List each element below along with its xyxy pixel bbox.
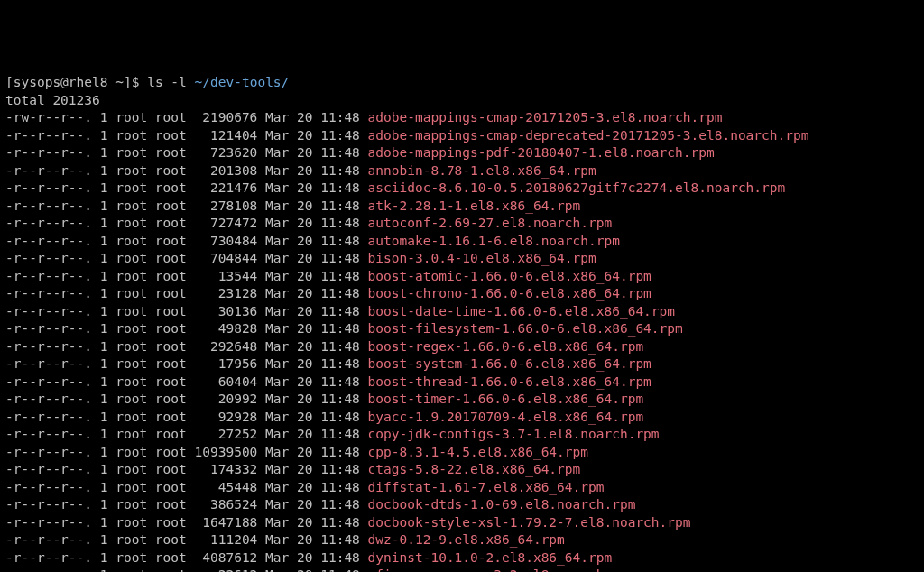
file-row: -r--r--r--. 1 root root 730484 Mar 20 11…: [5, 233, 919, 251]
file-name: asciidoc-8.6.10-0.5.20180627gitf7c2274.e…: [368, 180, 786, 195]
file-name: ctags-5.8-22.el8.x86_64.rpm: [368, 462, 581, 476]
file-meta: -r--r--r--. 1 root root 20992 Mar 20 11:…: [5, 392, 368, 406]
file-meta: -r--r--r--. 1 root root 10939500 Mar 20 …: [5, 445, 368, 459]
prompt-user-host: sysops@rhel8: [14, 75, 108, 89]
file-row: -r--r--r--. 1 root root 174332 Mar 20 11…: [5, 461, 919, 479]
file-meta: -r--r--r--. 1 root root 60404 Mar 20 11:…: [5, 374, 368, 389]
file-name: adobe-mappings-pdf-20180407-1.el8.noarch…: [368, 145, 715, 160]
file-meta: -r--r--r--. 1 root root 111204 Mar 20 11…: [5, 532, 368, 547]
file-name: annobin-8.78-1.el8.x86_64.rpm: [368, 163, 596, 178]
file-name: byacc-1.9.20170709-4.el8.x86_64.rpm: [368, 410, 644, 424]
file-row: -r--r--r--. 1 root root 13544 Mar 20 11:…: [5, 268, 919, 286]
file-name: boost-chrono-1.66.0-6.el8.x86_64.rpm: [368, 286, 651, 300]
file-name: dyninst-10.1.0-2.el8.x86_64.rpm: [368, 550, 613, 565]
file-row: -r--r--r--. 1 root root 22612 Mar 20 11:…: [5, 567, 919, 572]
file-meta: -r--r--r--. 1 root root 27252 Mar 20 11:…: [5, 427, 368, 441]
file-meta: -r--r--r--. 1 root root 4087612 Mar 20 1…: [5, 550, 368, 565]
file-row: -r--r--r--. 1 root root 45448 Mar 20 11:…: [5, 479, 919, 497]
file-name: dwz-0.12-9.el8.x86_64.rpm: [368, 532, 565, 547]
file-row: -r--r--r--. 1 root root 20992 Mar 20 11:…: [5, 391, 919, 409]
file-name: diffstat-1.61-7.el8.x86_64.rpm: [368, 480, 605, 494]
file-meta: -r--r--r--. 1 root root 292648 Mar 20 11…: [5, 339, 368, 354]
file-meta: -r--r--r--. 1 root root 1647188 Mar 20 1…: [5, 515, 368, 530]
file-meta: -r--r--r--. 1 root root 92928 Mar 20 11:…: [5, 410, 368, 424]
file-name: boost-system-1.66.0-6.el8.x86_64.rpm: [368, 356, 651, 371]
file-meta: -r--r--r--. 1 root root 221476 Mar 20 11…: [5, 180, 368, 195]
file-meta: -rw-r--r--. 1 root root 2190676 Mar 20 1…: [5, 110, 368, 125]
file-meta: -r--r--r--. 1 root root 17956 Mar 20 11:…: [5, 356, 368, 371]
file-row: -r--r--r--. 1 root root 17956 Mar 20 11:…: [5, 355, 919, 374]
file-row: -rw-r--r--. 1 root root 2190676 Mar 20 1…: [5, 109, 919, 127]
file-name: adobe-mappings-cmap-20171205-3.el8.noarc…: [368, 110, 723, 125]
file-row: -r--r--r--. 1 root root 49828 Mar 20 11:…: [5, 320, 919, 338]
file-row: -r--r--r--. 1 root root 121404 Mar 20 11…: [5, 127, 919, 145]
file-meta: -r--r--r--. 1 root root 45448 Mar 20 11:…: [5, 480, 368, 494]
file-meta: -r--r--r--. 1 root root 201308 Mar 20 11…: [5, 163, 368, 178]
file-row: -r--r--r--. 1 root root 278108 Mar 20 11…: [5, 198, 919, 216]
file-name: docbook-style-xsl-1.79.2-7.el8.noarch.rp…: [368, 515, 691, 530]
file-name: boost-date-time-1.66.0-6.el8.x86_64.rpm: [368, 304, 675, 318]
file-name: boost-atomic-1.66.0-6.el8.x86_64.rpm: [368, 269, 651, 283]
file-name: boost-filesystem-1.66.0-6.el8.x86_64.rpm: [368, 321, 683, 336]
total-line: total 201236: [5, 92, 919, 110]
file-meta: -r--r--r--. 1 root root 727472 Mar 20 11…: [5, 216, 368, 230]
file-name: docbook-dtds-1.0-69.el8.noarch.rpm: [368, 497, 636, 512]
file-name: boost-regex-1.66.0-6.el8.x86_64.rpm: [368, 339, 644, 354]
file-name: autoconf-2.69-27.el8.noarch.rpm: [368, 216, 613, 230]
file-row: -r--r--r--. 1 root root 4087612 Mar 20 1…: [5, 549, 919, 567]
file-row: -r--r--r--. 1 root root 23128 Mar 20 11:…: [5, 285, 919, 303]
file-row: -r--r--r--. 1 root root 704844 Mar 20 11…: [5, 250, 919, 268]
file-row: -r--r--r--. 1 root root 30136 Mar 20 11:…: [5, 303, 919, 321]
terminal-output[interactable]: [sysops@rhel8 ~]$ ls -l ~/dev-tools/tota…: [5, 74, 919, 572]
file-name: boost-timer-1.66.0-6.el8.x86_64.rpm: [368, 392, 644, 406]
prompt-open-bracket: [: [5, 75, 14, 89]
file-meta: -r--r--r--. 1 root root 13544 Mar 20 11:…: [5, 269, 368, 283]
file-meta: -r--r--r--. 1 root root 723620 Mar 20 11…: [5, 145, 368, 160]
file-meta: -r--r--r--. 1 root root 121404 Mar 20 11…: [5, 128, 368, 143]
file-row: -r--r--r--. 1 root root 723620 Mar 20 11…: [5, 144, 919, 162]
file-row: -r--r--r--. 1 root root 27252 Mar 20 11:…: [5, 426, 919, 444]
file-name: efi-srpm-macros-3-2.el8.noarch.rpm: [368, 567, 636, 572]
file-name: bison-3.0.4-10.el8.x86_64.rpm: [368, 251, 596, 265]
file-row: -r--r--r--. 1 root root 201308 Mar 20 11…: [5, 162, 919, 180]
file-name: atk-2.28.1-1.el8.x86_64.rpm: [368, 198, 581, 213]
file-name: copy-jdk-configs-3.7-1.el8.noarch.rpm: [368, 427, 660, 441]
file-row: -r--r--r--. 1 root root 10939500 Mar 20 …: [5, 444, 919, 462]
file-meta: -r--r--r--. 1 root root 278108 Mar 20 11…: [5, 198, 368, 213]
file-name: adobe-mappings-cmap-deprecated-20171205-…: [368, 128, 809, 143]
file-meta: -r--r--r--. 1 root root 30136 Mar 20 11:…: [5, 304, 368, 318]
file-meta: -r--r--r--. 1 root root 23128 Mar 20 11:…: [5, 286, 368, 300]
command-path-arg: ~/dev-tools/: [195, 75, 290, 89]
file-row: -r--r--r--. 1 root root 92928 Mar 20 11:…: [5, 409, 919, 427]
file-meta: -r--r--r--. 1 root root 49828 Mar 20 11:…: [5, 321, 368, 336]
file-row: -r--r--r--. 1 root root 727472 Mar 20 11…: [5, 215, 919, 233]
file-name: cpp-8.3.1-4.5.el8.x86_64.rpm: [368, 445, 588, 459]
file-name: automake-1.16.1-6.el8.noarch.rpm: [368, 234, 620, 248]
file-row: -r--r--r--. 1 root root 221476 Mar 20 11…: [5, 180, 919, 198]
prompt-close-bracket: ]: [124, 75, 132, 89]
command-text: ls -l: [147, 75, 187, 89]
file-row: -r--r--r--. 1 root root 111204 Mar 20 11…: [5, 531, 919, 549]
file-meta: -r--r--r--. 1 root root 22612 Mar 20 11:…: [5, 567, 368, 572]
file-meta: -r--r--r--. 1 root root 704844 Mar 20 11…: [5, 251, 368, 265]
file-row: -r--r--r--. 1 root root 60404 Mar 20 11:…: [5, 374, 919, 392]
file-row: -r--r--r--. 1 root root 292648 Mar 20 11…: [5, 338, 919, 356]
prompt-cwd: ~: [116, 75, 124, 89]
file-row: -r--r--r--. 1 root root 386524 Mar 20 11…: [5, 496, 919, 514]
file-name: boost-thread-1.66.0-6.el8.x86_64.rpm: [368, 374, 651, 389]
file-meta: -r--r--r--. 1 root root 730484 Mar 20 11…: [5, 234, 368, 248]
file-meta: -r--r--r--. 1 root root 386524 Mar 20 11…: [5, 497, 368, 512]
prompt-line[interactable]: [sysops@rhel8 ~]$ ls -l ~/dev-tools/: [5, 74, 919, 92]
file-row: -r--r--r--. 1 root root 1647188 Mar 20 1…: [5, 514, 919, 532]
file-meta: -r--r--r--. 1 root root 174332 Mar 20 11…: [5, 462, 368, 476]
